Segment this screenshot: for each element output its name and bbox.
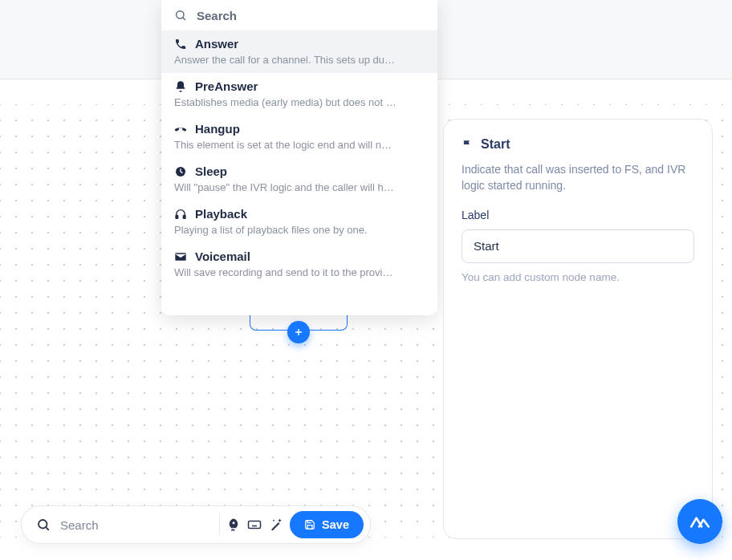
svg-rect-4	[183, 215, 185, 218]
envelope-icon	[174, 250, 187, 263]
popover-search-input[interactable]	[187, 9, 425, 22]
menu-item-title: Sleep	[195, 164, 227, 178]
menu-item-title: Hangup	[195, 122, 240, 136]
menu-item-title: Answer	[195, 37, 238, 51]
inspector-description: Indicate that call was inserted to FS, a…	[462, 161, 694, 194]
node-type-popover: Answer Answer the call for a channel. Th…	[161, 0, 437, 315]
menu-item-hangup[interactable]: Hangup This element is set at the logic …	[161, 116, 437, 158]
menu-item-preanswer[interactable]: PreAnswer Establishes media (early media…	[161, 73, 437, 116]
keyboard-icon	[247, 517, 262, 532]
inspector-title: Start	[481, 137, 510, 152]
magic-button[interactable]	[269, 512, 284, 538]
svg-point-0	[177, 11, 184, 18]
search-icon	[174, 9, 187, 22]
menu-item-desc: Will save recording and send to it to th…	[174, 266, 425, 278]
save-icon	[304, 519, 315, 530]
svg-rect-3	[176, 215, 178, 218]
bell-icon	[174, 80, 187, 93]
toolbar-search-input[interactable]	[60, 518, 213, 532]
save-button-label: Save	[322, 518, 349, 531]
popover-list[interactable]: Answer Answer the call for a channel. Th…	[161, 30, 437, 315]
menu-item-desc: Playing a list of playback files one by …	[174, 224, 425, 236]
phone-end-icon	[174, 123, 187, 136]
svg-line-1	[183, 18, 185, 20]
svg-point-7	[39, 520, 47, 529]
svg-line-8	[46, 527, 48, 530]
headphones-icon	[174, 208, 187, 221]
menu-item-desc: Establishes media (early media) but does…	[174, 96, 425, 108]
inspector-title-row: Start	[462, 137, 694, 152]
menu-item-title: Voicemail	[195, 250, 250, 263]
inspector-label-input[interactable]	[462, 229, 694, 263]
inspector-hint: You can add custom node name.	[462, 271, 694, 283]
rocket-button[interactable]	[226, 512, 241, 538]
menu-item-answer[interactable]: Answer Answer the call for a channel. Th…	[161, 30, 437, 73]
menu-item-desc: Answer the call for a channel. This sets…	[174, 54, 425, 66]
flag-icon	[462, 139, 473, 150]
clock-icon	[174, 165, 187, 178]
brand-fab[interactable]	[677, 499, 722, 544]
toolbar-search	[36, 517, 213, 532]
inspector-field-label: Label	[462, 209, 694, 221]
bottom-toolbar: Save	[21, 505, 371, 544]
menu-item-playback[interactable]: Playback Playing a list of playback file…	[161, 201, 437, 243]
plus-icon	[293, 327, 304, 338]
keyboard-button[interactable]	[247, 512, 262, 538]
add-node-button[interactable]	[287, 321, 310, 343]
menu-item-voicemail[interactable]: Voicemail Will save recording and send t…	[161, 243, 437, 286]
menu-item-title: Playback	[195, 207, 247, 221]
inspector-panel: Start Indicate that call was inserted to…	[443, 119, 713, 539]
svg-rect-9	[249, 521, 261, 529]
menu-item-desc: Will "pause" the IVR logic and the calle…	[174, 181, 425, 193]
phone-icon	[174, 38, 187, 51]
brand-icon	[689, 511, 710, 532]
popover-search-row	[161, 0, 437, 30]
menu-item-desc: This element is set at the logic end and…	[174, 139, 425, 151]
save-button[interactable]: Save	[290, 511, 364, 538]
rocket-icon	[226, 517, 241, 532]
search-icon	[36, 517, 51, 532]
menu-item-sleep[interactable]: Sleep Will "pause" the IVR logic and the…	[161, 158, 437, 201]
wand-icon	[269, 517, 283, 532]
menu-item-title: PreAnswer	[195, 79, 258, 93]
